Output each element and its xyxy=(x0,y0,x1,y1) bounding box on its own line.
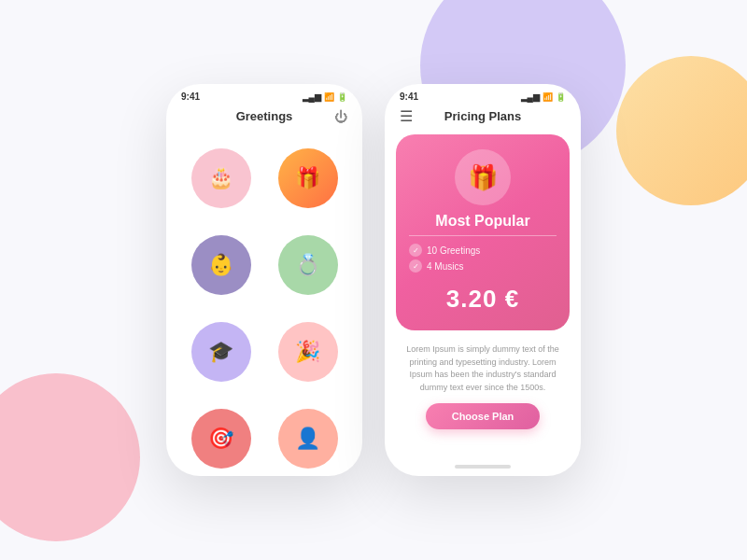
card-gift-icon: 🎁 xyxy=(455,149,511,205)
feature-greetings: ✓ 10 Greetings xyxy=(409,244,557,257)
target-icon-circle: 🎯 xyxy=(191,409,251,469)
card-divider xyxy=(409,235,557,236)
grid-item-gift[interactable]: 🎁 xyxy=(268,138,347,217)
pricing-title: Pricing Plans xyxy=(444,109,521,123)
ring-icon-circle: 💍 xyxy=(278,235,338,295)
signal-icon: ▂▄▆ xyxy=(303,92,321,102)
feature-text-2: 4 Musics xyxy=(427,261,463,272)
grid-item-cake[interactable]: 🎂 xyxy=(181,138,261,217)
time-1: 9:41 xyxy=(181,91,200,102)
check-icon-1: ✓ xyxy=(409,244,422,257)
greetings-header: Greetings ⏻ xyxy=(166,105,362,131)
choose-plan-button[interactable]: Choose Plan xyxy=(426,403,541,429)
signal-icon-2: ▂▄▆ xyxy=(521,92,540,102)
grid-item-ring[interactable]: 💍 xyxy=(268,225,347,304)
pricing-body: Lorem Ipsum is simply dummy text of the … xyxy=(385,338,581,459)
user-icon: 👤 xyxy=(295,427,320,451)
pricing-header: ☰ Pricing Plans xyxy=(385,105,581,131)
feature-text-1: 10 Greetings xyxy=(427,245,480,256)
pricing-card: 🎁 Most Popular ✓ 10 Greetings ✓ 4 Musics… xyxy=(396,134,570,330)
greetings-title: Greetings xyxy=(236,109,293,123)
phones-container: 9:41 ▂▄▆ 📶 🔋 Greetings ⏻ 🎂 🎁 xyxy=(0,0,747,560)
features-list: ✓ 10 Greetings ✓ 4 Musics xyxy=(409,244,557,275)
cake-icon-circle: 🎂 xyxy=(191,148,251,208)
pricing-description: Lorem Ipsum is simply dummy text of the … xyxy=(400,343,566,394)
time-2: 9:41 xyxy=(400,91,418,102)
user-icon-circle: 👤 xyxy=(278,409,338,469)
battery-icon-2: 🔋 xyxy=(556,92,566,102)
grid-item-target[interactable]: 🎯 xyxy=(181,399,261,476)
wifi-icon: 📶 xyxy=(324,92,334,102)
check-icon-2: ✓ xyxy=(409,259,422,273)
party-icon: 🎉 xyxy=(295,340,320,364)
graduation-icon: 🎓 xyxy=(208,340,233,364)
baby-icon-circle: 👶 xyxy=(191,235,251,295)
plan-title: Most Popular xyxy=(435,213,529,230)
phone-greetings: 9:41 ▂▄▆ 📶 🔋 Greetings ⏻ 🎂 🎁 xyxy=(166,84,362,476)
cake-icon: 🎂 xyxy=(208,166,233,190)
grid-item-user[interactable]: 👤 xyxy=(268,399,347,476)
battery-icon: 🔋 xyxy=(337,92,347,102)
wifi-icon-2: 📶 xyxy=(543,92,553,102)
status-bar-1: 9:41 ▂▄▆ 📶 🔋 xyxy=(166,84,362,105)
greetings-grid: 🎂 🎁 👶 💍 🎓 xyxy=(166,131,362,476)
target-icon: 🎯 xyxy=(208,427,233,451)
gift-icon-circle: 🎁 xyxy=(278,148,338,208)
phone-pricing: 9:41 ▂▄▆ 📶 🔋 ☰ Pricing Plans 🎁 Most Popu… xyxy=(385,84,581,476)
grid-item-grad[interactable]: 🎓 xyxy=(181,312,261,391)
gift-icon: 🎁 xyxy=(295,166,320,190)
status-icons-2: ▂▄▆ 📶 🔋 xyxy=(521,92,566,102)
party-icon-circle: 🎉 xyxy=(278,322,338,382)
grid-item-party[interactable]: 🎉 xyxy=(268,312,347,391)
status-bar-2: 9:41 ▂▄▆ 📶 🔋 xyxy=(385,84,581,105)
power-icon[interactable]: ⏻ xyxy=(334,109,347,124)
price-display: 3.20 € xyxy=(446,285,519,314)
baby-icon: 👶 xyxy=(208,253,233,277)
home-indicator-2 xyxy=(455,465,511,469)
ring-icon: 💍 xyxy=(295,253,320,277)
feature-musics: ✓ 4 Musics xyxy=(409,259,557,273)
grad-icon-circle: 🎓 xyxy=(191,322,251,382)
grid-item-baby[interactable]: 👶 xyxy=(181,225,261,304)
menu-icon[interactable]: ☰ xyxy=(400,107,413,125)
status-icons-1: ▂▄▆ 📶 🔋 xyxy=(303,92,347,102)
